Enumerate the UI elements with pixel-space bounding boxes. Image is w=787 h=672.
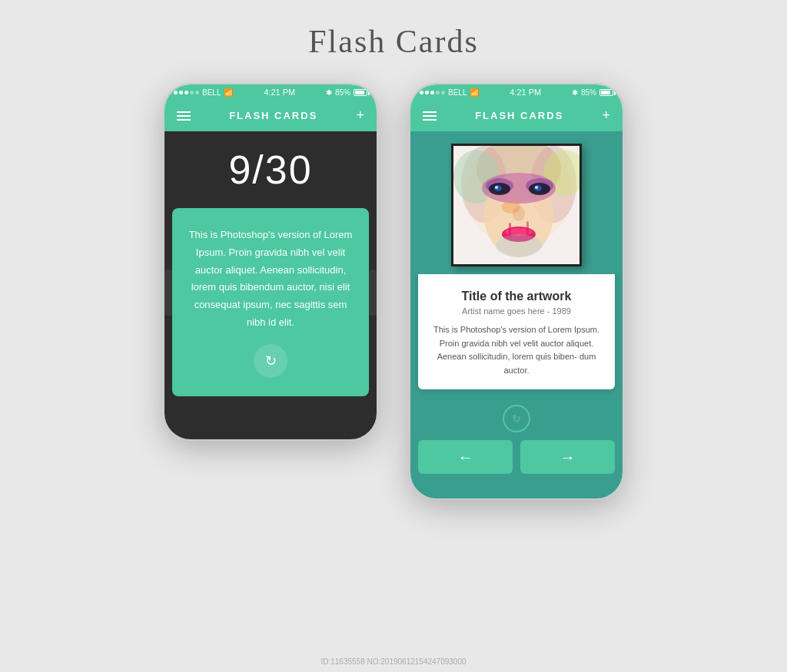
battery-label-2: 85% [581,88,596,97]
phones-container: BELL 📶 4:21 PM ✱ 85% FLASH CARDS + [163,83,624,500]
phone-2-body: Title of the artwork Artist name goes he… [410,131,623,486]
flash-card-text-1: This is Photoshop's version of Lorem Ips… [188,227,354,332]
add-icon-1[interactable]: + [356,108,364,124]
dot-2 [179,91,183,94]
carrier-1: BELL [202,88,221,97]
prev-button[interactable]: ← [418,440,513,474]
bluetooth-icon-1: ✱ [326,88,332,97]
artwork-title: Title of the artwork [432,290,601,303]
refresh-icon-1: ↻ [265,353,277,369]
artwork-section [410,131,623,274]
phone-1: BELL 📶 4:21 PM ✱ 85% FLASH CARDS + [163,83,378,441]
carrier-2: BELL [448,88,467,97]
artwork-artist: Artist name goes here - 1989 [432,306,601,316]
nav-buttons: ← → [410,440,623,486]
side-tab-right-1 [369,270,377,316]
refresh-button-2[interactable]: ↻ [503,405,530,432]
signal-dots-2 [420,91,445,94]
battery-icon-2 [599,89,613,96]
next-button[interactable]: → [520,440,615,474]
svg-point-22 [502,201,520,214]
card-counter: 9/30 [228,147,312,193]
bottom-bar-2 [410,486,623,498]
refresh-btn-area-2: ↻ [503,405,530,432]
status-bar-1: BELL 📶 4:21 PM ✱ 85% [164,84,377,100]
phone-1-body: 9/30 This is Photoshop's version of Lore… [164,131,377,427]
battery-label-1: 85% [335,88,350,97]
dot-5 [195,91,199,94]
side-tab-left-1 [164,270,172,316]
refresh-icon-2: ↻ [512,412,521,425]
hamburger-icon-2[interactable] [423,111,437,121]
svg-rect-21 [526,221,529,235]
dot-6 [420,91,423,94]
nav-title-1: FLASH CARDS [229,110,317,121]
artwork-frame [451,144,582,266]
add-icon-2[interactable]: + [602,108,610,124]
dot-1 [174,91,178,94]
nav-bar-2: FLASH CARDS + [410,100,623,131]
svg-point-23 [496,234,542,257]
wifi-icon-1: 📶 [224,88,233,97]
dot-10 [441,91,445,94]
hamburger-icon-1[interactable] [177,111,191,121]
refresh-button-1[interactable]: ↻ [254,344,287,378]
status-bar-2: BELL 📶 4:21 PM ✱ 85% [410,84,623,100]
dot-4 [190,91,194,94]
wifi-icon-2: 📶 [470,88,479,97]
dot-3 [184,91,188,94]
page-title: Flash Cards [308,23,479,60]
svg-point-15 [495,186,498,189]
battery-icon-1 [354,89,367,96]
dot-7 [425,91,429,94]
artwork-desc: This is Photoshop's version of Lorem Ips… [432,323,601,377]
nav-title-2: FLASH CARDS [475,110,563,121]
nav-bar-1: FLASH CARDS + [164,100,377,131]
svg-point-16 [535,186,538,189]
flash-card-1: This is Photoshop's version of Lorem Ips… [172,208,369,396]
time-1: 4:21 PM [264,88,295,97]
signal-dots-1 [174,91,199,94]
artwork-inner [453,146,579,264]
dot-9 [436,91,440,94]
dot-8 [430,91,434,94]
phone-2: BELL 📶 4:21 PM ✱ 85% FLASH CARDS + [409,83,624,500]
time-2: 4:21 PM [510,88,541,97]
artwork-svg [453,146,579,264]
bottom-bar-1 [164,427,377,439]
bluetooth-icon-2: ✱ [572,88,578,97]
watermark: ID:11635558 NO:20190612154247093000 [320,657,466,666]
